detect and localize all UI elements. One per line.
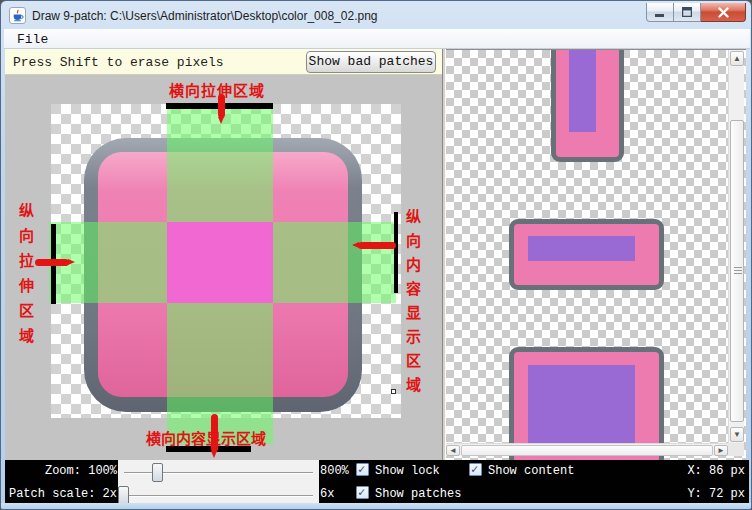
- zoom-readout: Zoom: 100%: [5, 464, 117, 478]
- erase-hint-text: Press Shift to erase pixels: [13, 55, 224, 70]
- scroll-grip-icon: [734, 267, 742, 276]
- preview-content-region: [528, 365, 635, 450]
- marker-drag-handle[interactable]: [391, 389, 396, 394]
- preview-vertical-scrollbar[interactable]: ▲ ▼: [728, 50, 744, 443]
- patch-marker-right[interactable]: [394, 212, 398, 293]
- zoom-value: 100%: [88, 464, 117, 478]
- window-title: Draw 9-patch: C:\Users\Administrator\Des…: [32, 9, 378, 23]
- menu-bar: File: [4, 29, 750, 49]
- scroll-right-icon[interactable]: ►: [714, 445, 728, 456]
- zoom-max-label: 800%: [320, 464, 349, 478]
- annotation-vertical-stretch: 纵向拉伸区域: [15, 203, 36, 353]
- show-content-label: Show content: [488, 464, 574, 478]
- draw9patch-window: Draw 9-patch: C:\Users\Administrator\Des…: [0, 0, 752, 510]
- annotation-arrow-right-icon: [35, 259, 69, 266]
- zoom-slider-thumb[interactable]: [152, 463, 163, 482]
- scroll-left-icon[interactable]: ◄: [446, 445, 460, 456]
- content-area-overlay: [167, 222, 273, 303]
- annotation-arrow-down-icon: [211, 414, 218, 452]
- preview-vertical-stretch: [551, 49, 624, 162]
- toolbar: Press Shift to erase pixels Show bad pat…: [5, 49, 442, 75]
- patch-scale-slider-track[interactable]: [124, 495, 313, 497]
- show-patches-checkbox[interactable]: [356, 486, 369, 499]
- scroll-up-icon[interactable]: ▲: [730, 51, 744, 66]
- preview-content-region: [528, 236, 635, 261]
- title-bar[interactable]: Draw 9-patch: C:\Users\Administrator\Des…: [4, 3, 750, 29]
- vertical-scroll-thumb[interactable]: [730, 120, 744, 422]
- annotation-arrow-left-icon: [358, 242, 396, 249]
- show-bad-patches-button[interactable]: Show bad patches: [306, 51, 436, 73]
- preview-content-region: [569, 49, 596, 132]
- show-content-checkbox[interactable]: [469, 463, 482, 476]
- menu-file[interactable]: File: [13, 31, 52, 48]
- java-app-icon: [9, 7, 26, 24]
- cursor-x-readout: X: 86 px: [669, 464, 745, 478]
- preview-horizontal-stretch: [509, 219, 664, 290]
- horizontal-scroll-thumb[interactable]: [461, 445, 713, 456]
- annotation-horizontal-content: 横向内容显示区域: [146, 427, 266, 448]
- annotation-horizontal-stretch: 横向拉伸区域: [169, 79, 265, 100]
- maximize-button[interactable]: [674, 3, 701, 22]
- status-bar: Zoom: 100% Patch scale: 2x 800% 6x Show …: [5, 460, 749, 503]
- scrollbar-corner: [728, 443, 744, 456]
- close-button[interactable]: [701, 3, 746, 22]
- patch-scale-value: 2x: [103, 487, 117, 501]
- patch-scale-readout: Patch scale: 2x: [5, 487, 117, 501]
- cursor-y-readout: Y: 72 px: [669, 487, 745, 501]
- zoom-label: Zoom:: [45, 464, 81, 478]
- preview-horizontal-scrollbar[interactable]: ◄ ►: [446, 443, 728, 456]
- patch-scale-max-label: 6x: [320, 487, 334, 501]
- show-lock-checkbox[interactable]: [356, 463, 369, 476]
- window-bottom-edge: [1, 503, 752, 510]
- patch-scale-label: Patch scale:: [9, 487, 95, 501]
- show-patches-label: Show patches: [375, 487, 461, 501]
- preview-panel: ▲ ▼ ◄ ►: [446, 49, 746, 461]
- minimize-button[interactable]: [646, 3, 674, 22]
- annotation-vertical-content: 纵向内容显示区域: [402, 209, 423, 401]
- slider-panel: [118, 460, 319, 503]
- nine-patch-editor-canvas[interactable]: 横向拉伸区域 纵向拉伸区域 纵向内容显示区域 横向内容显示区域: [5, 75, 442, 461]
- show-lock-label: Show lock: [375, 464, 440, 478]
- scroll-down-icon[interactable]: ▼: [730, 427, 744, 442]
- annotation-arrow-down-icon: [218, 94, 225, 118]
